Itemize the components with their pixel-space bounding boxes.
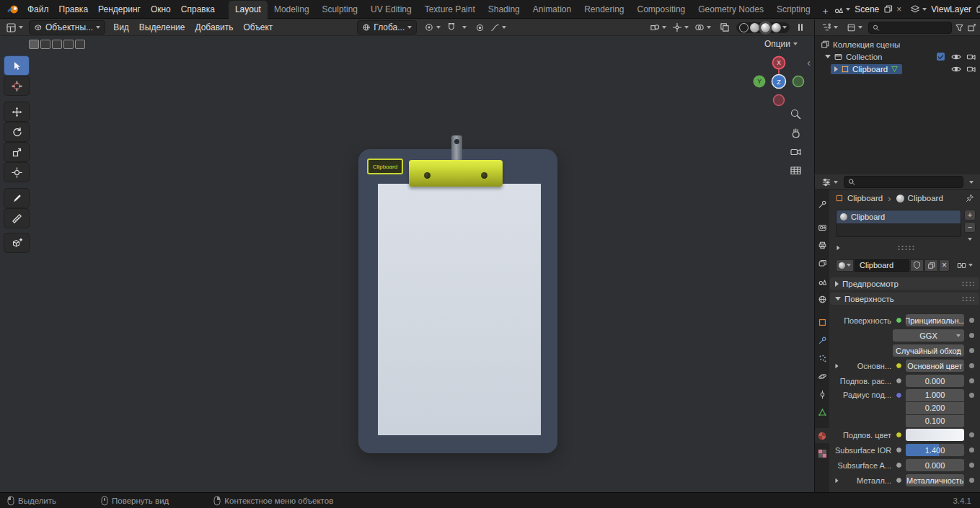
navigation-gizmo[interactable]: X Y Z — [749, 51, 809, 112]
scene-selector[interactable]: Scene × — [834, 4, 903, 14]
properties-editor-type-button[interactable] — [818, 176, 841, 189]
browse-material-button[interactable] — [836, 259, 854, 272]
subsurface-color-swatch[interactable] — [906, 429, 964, 441]
mode-dropdown[interactable]: Объектны... — [29, 20, 105, 35]
cursor-tool[interactable] — [4, 76, 29, 95]
new-collection-icon[interactable] — [967, 23, 976, 32]
transform-tool[interactable] — [4, 163, 29, 182]
properties-search[interactable] — [844, 176, 963, 188]
base-color-button[interactable]: Основной цвет — [906, 360, 964, 372]
snap-dropdown[interactable] — [459, 24, 469, 30]
decorator-dot[interactable] — [969, 378, 974, 383]
gizmo-x-neg-axis[interactable] — [774, 95, 785, 106]
breadcrumb-material[interactable]: Clipboard — [908, 194, 943, 202]
add-cube-tool[interactable] — [4, 233, 29, 252]
outliner-row-collection[interactable]: Collection — [815, 50, 980, 63]
menu-select[interactable]: Выделение — [134, 20, 190, 35]
select-mode-new[interactable] — [29, 40, 39, 49]
menu-file[interactable]: Файл — [22, 2, 54, 17]
snap-toggle[interactable] — [443, 21, 459, 34]
material-slot-empty-row[interactable] — [836, 223, 961, 236]
rotate-tool[interactable] — [4, 122, 29, 141]
menu-edit[interactable]: Правка — [54, 2, 94, 17]
gizmo-y-neg-axis[interactable] — [793, 76, 804, 87]
tool-options-dropdown[interactable]: Опции — [764, 39, 798, 49]
menu-help[interactable]: Справка — [176, 2, 220, 17]
pin-icon[interactable] — [966, 194, 974, 202]
workspace-tab-modeling[interactable]: Modeling — [268, 1, 316, 19]
new-viewlayer-icon[interactable] — [976, 4, 980, 14]
pan-hand-icon[interactable] — [790, 127, 802, 139]
outliner-row-scene-collection[interactable]: Коллекция сцены — [815, 38, 980, 50]
node-editor-button[interactable] — [954, 259, 976, 272]
outliner-search-input[interactable] — [883, 23, 948, 32]
select-box-tool[interactable] — [4, 56, 29, 75]
decorator-dot[interactable] — [969, 463, 974, 468]
surface-shader-button[interactable]: Принципиальн... — [906, 314, 964, 326]
tab-object-data[interactable] — [815, 405, 829, 420]
select-mode-invert[interactable] — [63, 40, 74, 49]
shading-material-preview-button[interactable] — [761, 23, 770, 32]
tab-view-layer[interactable] — [815, 256, 829, 271]
camera-restrict-icon[interactable] — [965, 65, 977, 73]
unlink-scene-icon[interactable]: × — [895, 6, 903, 13]
material-name-field[interactable]: Clipboard — [855, 259, 909, 272]
tab-render[interactable] — [815, 220, 829, 235]
orientation-dropdown[interactable]: Глоба... — [357, 20, 417, 35]
surface-section-header[interactable]: Поверхность — [830, 293, 979, 305]
outliner-search[interactable] — [868, 22, 952, 34]
metallic-field[interactable]: Металличность — [906, 474, 964, 486]
filter-funnel-icon[interactable] — [955, 23, 964, 32]
editor-type-button[interactable] — [3, 21, 26, 35]
workspace-tab-animation[interactable]: Animation — [526, 1, 578, 19]
subsurface-ior-slider[interactable]: 1.400 — [906, 444, 964, 456]
tab-tool[interactable] — [815, 197, 829, 212]
outliner-row-clipboard[interactable]: Clipboard — [815, 63, 980, 75]
decorator-dot[interactable] — [969, 333, 974, 338]
overlays-dropdown[interactable] — [692, 21, 714, 34]
workspace-tab-compositing[interactable]: Compositing — [631, 1, 692, 19]
scale-tool[interactable] — [4, 143, 29, 161]
decorator-dot[interactable] — [969, 393, 974, 398]
breadcrumb-object[interactable]: Clipboard — [847, 194, 883, 202]
camera-view-icon[interactable] — [790, 146, 802, 158]
expand-arrow-icon[interactable] — [825, 55, 831, 58]
expand-arrow-icon[interactable] — [836, 363, 839, 367]
blender-logo-icon[interactable] — [7, 4, 19, 14]
menu-render[interactable]: Рендеринг — [93, 2, 146, 17]
remove-slot-button[interactable]: − — [964, 222, 976, 233]
workspace-tab-uv-editing[interactable]: UV Editing — [364, 1, 418, 19]
proportional-toggle[interactable] — [472, 22, 487, 34]
outliner-editor-type-button[interactable] — [818, 21, 841, 34]
object-visibility-dropdown[interactable] — [647, 21, 669, 34]
decorator-dot[interactable] — [969, 447, 974, 453]
eye-icon[interactable] — [950, 53, 962, 61]
expand-arrow-icon[interactable] — [834, 66, 838, 72]
tab-physics[interactable] — [815, 369, 829, 384]
radius-x-field[interactable]: 1.000 — [906, 389, 964, 401]
subsurface-anisotropy-slider[interactable]: 0.000 — [906, 459, 964, 471]
add-slot-button[interactable]: + — [964, 210, 976, 220]
sss-method-dropdown[interactable]: Случайный обход — [893, 344, 964, 357]
workspace-tab-sculpting[interactable]: Sculpting — [316, 1, 364, 19]
tab-material[interactable] — [815, 428, 829, 443]
tab-scene[interactable] — [815, 274, 829, 289]
measure-tool[interactable] — [4, 209, 29, 228]
properties-search-input[interactable] — [858, 178, 959, 187]
menu-add[interactable]: Добавить — [190, 20, 238, 35]
menu-view[interactable]: Вид — [108, 20, 134, 35]
material-slot-list[interactable]: Clipboard — [836, 210, 961, 237]
camera-restrict-icon[interactable] — [965, 53, 977, 61]
workspace-tab-geometry-nodes[interactable]: Geometry Nodes — [692, 1, 770, 19]
material-slot-row[interactable]: Clipboard — [836, 210, 961, 223]
gizmos-dropdown[interactable] — [669, 21, 692, 34]
subsurface-slider[interactable]: 0.000 — [906, 375, 964, 387]
workspace-tab-rendering[interactable]: Rendering — [578, 1, 630, 19]
decorator-dot[interactable] — [969, 432, 974, 437]
unlink-material-button[interactable]: × — [939, 259, 950, 272]
orthographic-grid-icon[interactable] — [790, 164, 802, 177]
select-mode-extend[interactable] — [40, 40, 50, 49]
tab-world[interactable] — [815, 292, 829, 307]
menu-window[interactable]: Окно — [146, 2, 176, 17]
viewport-3d[interactable]: Опции ‹ — [0, 36, 813, 492]
